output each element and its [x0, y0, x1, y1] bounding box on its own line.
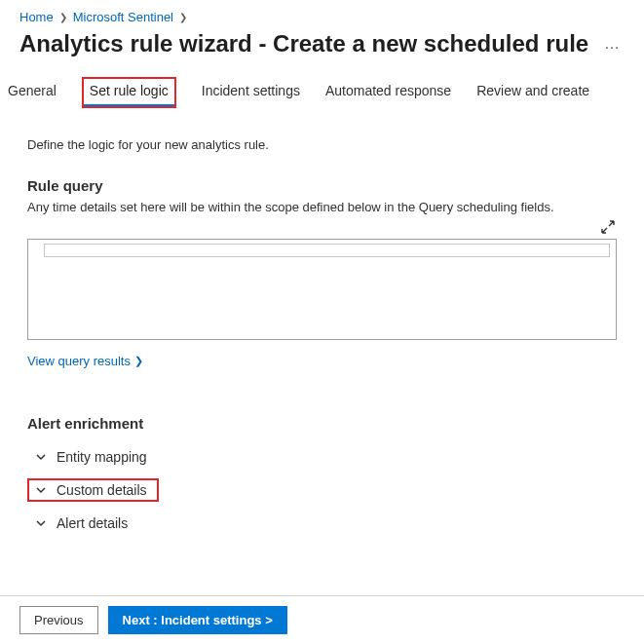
- rule-query-subtext: Any time details set here will be within…: [27, 200, 617, 214]
- breadcrumb: Home ❯ Microsoft Sentinel ❯: [0, 0, 644, 30]
- more-menu-icon[interactable]: …: [600, 31, 625, 57]
- enrich-alert-details[interactable]: Alert details: [27, 511, 137, 535]
- enrich-label: Entity mapping: [57, 449, 147, 465]
- view-query-results-link[interactable]: View query results ❯: [27, 354, 143, 368]
- footer-bar: Previous Next : Incident settings >: [0, 595, 644, 644]
- page-title: Analytics rule wizard - Create a new sch…: [19, 30, 588, 57]
- chevron-right-icon: ❯: [134, 355, 143, 367]
- chevron-right-icon: ❯: [179, 12, 187, 22]
- chevron-down-icon: [35, 517, 47, 529]
- enrich-label: Alert details: [57, 515, 128, 531]
- expand-icon[interactable]: [601, 220, 615, 237]
- tab-bar: General Set rule logic Incident settings…: [0, 67, 644, 108]
- next-button[interactable]: Next : Incident settings >: [108, 606, 287, 634]
- tab-incident-settings[interactable]: Incident settings: [202, 77, 300, 108]
- enrich-label: Custom details: [57, 482, 147, 498]
- breadcrumb-home[interactable]: Home: [19, 10, 54, 24]
- tab-general[interactable]: General: [8, 77, 57, 108]
- chevron-down-icon: [35, 484, 47, 496]
- tab-automated-response[interactable]: Automated response: [325, 77, 451, 108]
- tab-review-create[interactable]: Review and create: [476, 77, 589, 108]
- view-query-results-label: View query results: [27, 354, 131, 368]
- enrich-custom-details[interactable]: Custom details: [27, 478, 159, 502]
- tab-set-rule-logic[interactable]: Set rule logic: [82, 77, 176, 108]
- intro-text: Define the logic for your new analytics …: [27, 137, 617, 152]
- chevron-down-icon: [35, 451, 47, 463]
- breadcrumb-sentinel[interactable]: Microsoft Sentinel: [73, 10, 173, 24]
- chevron-right-icon: ❯: [59, 12, 67, 22]
- alert-enrichment-heading: Alert enrichment: [27, 415, 617, 432]
- rule-query-editor[interactable]: [27, 239, 617, 340]
- query-line: [44, 244, 610, 257]
- enrich-entity-mapping[interactable]: Entity mapping: [27, 445, 157, 469]
- rule-query-heading: Rule query: [27, 177, 617, 194]
- previous-button[interactable]: Previous: [19, 606, 98, 634]
